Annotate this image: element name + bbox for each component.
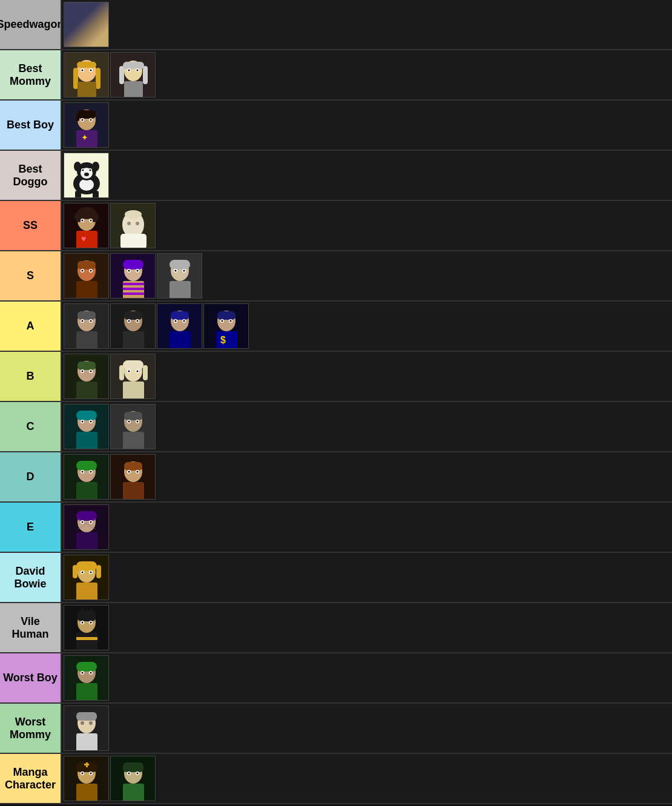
svg-rect-132 bbox=[216, 331, 237, 349]
svg-rect-127 bbox=[217, 311, 236, 320]
svg-rect-168 bbox=[64, 455, 109, 500]
svg-rect-124 bbox=[170, 331, 191, 349]
svg-point-65 bbox=[90, 220, 92, 222]
svg-point-69 bbox=[122, 211, 144, 238]
svg-rect-95 bbox=[170, 260, 190, 269]
svg-point-7 bbox=[89, 17, 93, 21]
svg-text:$: $ bbox=[220, 335, 226, 345]
svg-rect-197 bbox=[73, 565, 77, 578]
tier-row-a: A bbox=[0, 302, 672, 352]
svg-point-48 bbox=[81, 168, 85, 172]
svg-point-40 bbox=[90, 119, 92, 121]
character-d1 bbox=[64, 454, 109, 500]
character-c2 bbox=[110, 404, 156, 449]
svg-rect-55 bbox=[75, 191, 81, 198]
svg-point-246 bbox=[137, 773, 139, 775]
svg-point-105 bbox=[89, 319, 93, 323]
tier-label-best-doggo: Best Doggo bbox=[0, 151, 61, 200]
tier-row-d: D bbox=[0, 452, 672, 503]
svg-point-38 bbox=[89, 118, 93, 122]
svg-rect-144 bbox=[123, 360, 143, 370]
svg-rect-154 bbox=[76, 411, 97, 420]
svg-point-236 bbox=[89, 771, 93, 775]
svg-point-106 bbox=[82, 320, 84, 322]
svg-point-72 bbox=[136, 222, 139, 225]
character-manga1 bbox=[64, 756, 109, 801]
svg-marker-207 bbox=[81, 606, 84, 610]
svg-point-237 bbox=[82, 773, 84, 775]
svg-point-157 bbox=[82, 421, 84, 423]
svg-point-131 bbox=[230, 320, 232, 322]
svg-rect-159 bbox=[76, 432, 97, 449]
svg-point-77 bbox=[81, 269, 84, 273]
svg-point-180 bbox=[136, 470, 139, 474]
tier-row-manga-character: Manga Character bbox=[0, 754, 672, 804]
svg-rect-91 bbox=[123, 288, 144, 290]
svg-rect-100 bbox=[170, 281, 191, 299]
svg-rect-111 bbox=[124, 311, 142, 320]
svg-rect-66 bbox=[76, 231, 97, 248]
svg-rect-84 bbox=[123, 260, 143, 269]
tier-label-ss: SS bbox=[0, 201, 61, 250]
svg-rect-109 bbox=[111, 304, 156, 349]
svg-point-217 bbox=[77, 662, 96, 683]
svg-rect-234 bbox=[86, 762, 88, 767]
tier-content-worst-boy bbox=[61, 653, 672, 702]
svg-point-149 bbox=[128, 371, 130, 372]
svg-point-172 bbox=[89, 470, 93, 474]
svg-rect-198 bbox=[96, 565, 101, 578]
svg-point-235 bbox=[81, 771, 84, 775]
svg-point-228 bbox=[89, 721, 93, 725]
character-doggo bbox=[64, 153, 109, 198]
tier-label-worst-boy: Worst Boy bbox=[0, 653, 61, 702]
svg-point-200 bbox=[89, 570, 93, 574]
svg-rect-36 bbox=[76, 114, 79, 121]
tier-content-worst-mommy bbox=[61, 704, 672, 753]
svg-point-129 bbox=[229, 319, 232, 323]
svg-text:✦: ✦ bbox=[81, 133, 88, 142]
svg-rect-56 bbox=[93, 191, 99, 198]
svg-point-64 bbox=[82, 220, 84, 222]
svg-point-190 bbox=[89, 520, 93, 524]
svg-point-185 bbox=[77, 512, 96, 532]
svg-point-21 bbox=[90, 70, 92, 71]
svg-point-99 bbox=[183, 270, 185, 272]
character-bestmommy1 bbox=[64, 52, 109, 97]
svg-point-177 bbox=[124, 461, 142, 482]
svg-point-171 bbox=[81, 470, 84, 474]
svg-point-118 bbox=[171, 311, 189, 331]
character-b1 bbox=[64, 354, 109, 399]
tier-content-ss: ♥ bbox=[61, 201, 672, 250]
svg-rect-230 bbox=[64, 756, 109, 801]
svg-point-50 bbox=[82, 170, 84, 171]
svg-point-166 bbox=[137, 421, 139, 423]
svg-point-110 bbox=[124, 311, 142, 331]
svg-point-121 bbox=[182, 319, 186, 323]
tier-row-worst-mommy: Worst Mommy bbox=[0, 704, 672, 754]
tier-label-david-bowie: David Bowie bbox=[0, 553, 61, 602]
tier-row-speedwagon: Speedwagon bbox=[0, 0, 672, 50]
svg-rect-108 bbox=[76, 331, 97, 349]
svg-rect-3 bbox=[76, 7, 97, 11]
tier-row-worst-boy: Worst Boy bbox=[0, 653, 672, 704]
svg-point-80 bbox=[90, 270, 92, 272]
svg-point-88 bbox=[137, 270, 139, 272]
svg-point-59 bbox=[77, 207, 96, 219]
svg-rect-229 bbox=[76, 733, 97, 751]
svg-point-140 bbox=[90, 371, 92, 372]
tier-list: Speedwagon bbox=[0, 0, 672, 804]
svg-rect-175 bbox=[76, 482, 97, 500]
svg-point-179 bbox=[127, 470, 131, 474]
svg-marker-10 bbox=[77, 24, 87, 42]
svg-point-205 bbox=[77, 612, 96, 633]
svg-rect-160 bbox=[111, 405, 156, 449]
svg-rect-5 bbox=[78, 16, 95, 21]
svg-point-9 bbox=[90, 18, 92, 20]
svg-point-244 bbox=[136, 771, 139, 775]
character-ss1: ♥ bbox=[64, 203, 109, 248]
svg-point-62 bbox=[81, 219, 84, 222]
character-worstboy bbox=[64, 655, 109, 701]
svg-rect-145 bbox=[119, 365, 124, 380]
character-manga2 bbox=[110, 756, 156, 801]
tier-row-s: S bbox=[0, 251, 672, 302]
